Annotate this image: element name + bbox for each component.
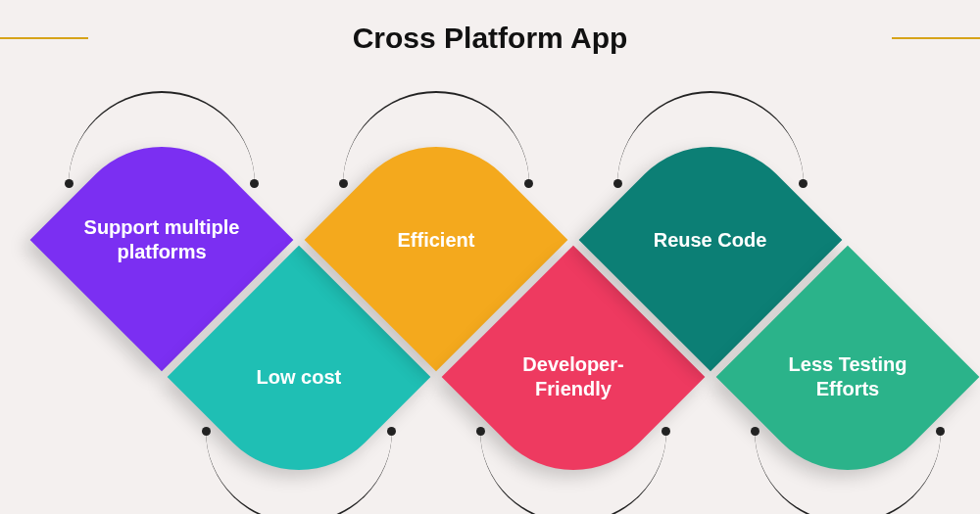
arc-connector — [480, 431, 666, 514]
arc-connector — [755, 431, 941, 514]
dot-icon — [613, 179, 622, 188]
tile-label: Support multiple platforms — [74, 215, 250, 264]
accent-line-right — [892, 37, 980, 39]
arc-connector — [206, 431, 392, 514]
tile-label: Developer-Friendly — [485, 352, 662, 401]
dot-icon — [936, 427, 945, 436]
dot-icon — [751, 427, 760, 436]
diagram-stage: Support multiple platforms Low cost Effi… — [0, 88, 980, 499]
dot-icon — [799, 179, 808, 188]
dot-icon — [202, 427, 211, 436]
page-title: Cross Platform App — [0, 0, 980, 55]
tile-label: Reuse Code — [646, 228, 775, 253]
accent-line-left — [0, 37, 88, 39]
tile-label: Less Testing Efforts — [760, 352, 936, 401]
tile-label: Efficient — [390, 228, 483, 253]
dot-icon — [476, 427, 485, 436]
dot-icon — [662, 427, 670, 436]
dot-icon — [387, 427, 396, 436]
dot-icon — [524, 179, 533, 188]
dot-icon — [65, 179, 74, 188]
tile-label: Low cost — [249, 364, 350, 389]
dot-icon — [339, 179, 348, 188]
dot-icon — [250, 179, 259, 188]
